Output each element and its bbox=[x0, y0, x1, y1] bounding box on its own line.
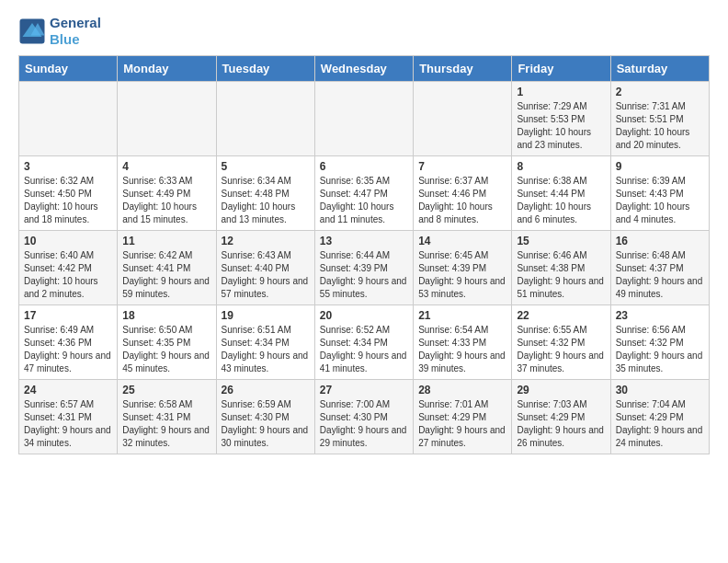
day-number: 16 bbox=[616, 235, 704, 247]
day-info: Sunrise: 6:38 AM Sunset: 4:44 PM Dayligh… bbox=[517, 175, 605, 226]
day-number: 26 bbox=[222, 384, 310, 396]
logo-icon bbox=[18, 17, 46, 45]
weekday-header: Sunday bbox=[19, 56, 118, 82]
calendar: SundayMondayTuesdayWednesdayThursdayFrid… bbox=[18, 55, 710, 454]
calendar-cell bbox=[414, 82, 512, 156]
day-number: 25 bbox=[122, 384, 210, 396]
day-number: 24 bbox=[24, 384, 112, 396]
day-number: 14 bbox=[418, 235, 506, 247]
day-number: 21 bbox=[418, 309, 506, 322]
calendar-cell: 28Sunrise: 7:01 AM Sunset: 4:29 PM Dayli… bbox=[414, 380, 512, 454]
calendar-cell: 30Sunrise: 7:04 AM Sunset: 4:29 PM Dayli… bbox=[610, 380, 709, 454]
day-number: 20 bbox=[320, 309, 408, 322]
logo: General Blue bbox=[18, 15, 101, 48]
day-number: 30 bbox=[616, 384, 704, 396]
day-number: 19 bbox=[222, 309, 310, 322]
calendar-cell: 11Sunrise: 6:42 AM Sunset: 4:41 PM Dayli… bbox=[118, 231, 216, 305]
day-info: Sunrise: 6:55 AM Sunset: 4:32 PM Dayligh… bbox=[517, 324, 605, 375]
calendar-cell: 4Sunrise: 6:33 AM Sunset: 4:49 PM Daylig… bbox=[118, 156, 216, 231]
calendar-cell: 8Sunrise: 6:38 AM Sunset: 4:44 PM Daylig… bbox=[512, 156, 610, 231]
day-info: Sunrise: 6:46 AM Sunset: 4:38 PM Dayligh… bbox=[517, 249, 605, 301]
day-info: Sunrise: 6:33 AM Sunset: 4:49 PM Dayligh… bbox=[122, 175, 210, 226]
day-info: Sunrise: 6:51 AM Sunset: 4:34 PM Dayligh… bbox=[222, 324, 310, 375]
calendar-cell: 25Sunrise: 6:58 AM Sunset: 4:31 PM Dayli… bbox=[118, 380, 216, 454]
day-number: 4 bbox=[122, 160, 210, 173]
day-number: 5 bbox=[222, 160, 310, 173]
calendar-cell: 6Sunrise: 6:35 AM Sunset: 4:47 PM Daylig… bbox=[314, 156, 413, 231]
calendar-cell: 27Sunrise: 7:00 AM Sunset: 4:30 PM Dayli… bbox=[314, 380, 413, 454]
day-info: Sunrise: 6:49 AM Sunset: 4:36 PM Dayligh… bbox=[24, 324, 112, 375]
calendar-cell: 20Sunrise: 6:52 AM Sunset: 4:34 PM Dayli… bbox=[314, 305, 413, 380]
day-info: Sunrise: 6:45 AM Sunset: 4:39 PM Dayligh… bbox=[418, 249, 506, 301]
day-number: 8 bbox=[517, 160, 605, 173]
day-info: Sunrise: 6:32 AM Sunset: 4:50 PM Dayligh… bbox=[24, 175, 112, 226]
day-number: 17 bbox=[24, 309, 112, 322]
day-info: Sunrise: 6:52 AM Sunset: 4:34 PM Dayligh… bbox=[320, 324, 408, 375]
day-info: Sunrise: 7:01 AM Sunset: 4:29 PM Dayligh… bbox=[418, 398, 506, 450]
day-info: Sunrise: 6:44 AM Sunset: 4:39 PM Dayligh… bbox=[320, 249, 408, 301]
weekday-header: Monday bbox=[118, 56, 216, 82]
weekday-header: Saturday bbox=[610, 56, 709, 82]
day-info: Sunrise: 6:48 AM Sunset: 4:37 PM Dayligh… bbox=[616, 249, 704, 301]
calendar-cell: 22Sunrise: 6:55 AM Sunset: 4:32 PM Dayli… bbox=[512, 305, 610, 380]
calendar-cell: 5Sunrise: 6:34 AM Sunset: 4:48 PM Daylig… bbox=[216, 156, 314, 231]
calendar-cell: 12Sunrise: 6:43 AM Sunset: 4:40 PM Dayli… bbox=[216, 231, 314, 305]
calendar-cell: 14Sunrise: 6:45 AM Sunset: 4:39 PM Dayli… bbox=[414, 231, 512, 305]
calendar-cell bbox=[19, 82, 118, 156]
day-number: 11 bbox=[122, 235, 210, 247]
day-number: 1 bbox=[517, 86, 605, 98]
calendar-cell: 19Sunrise: 6:51 AM Sunset: 4:34 PM Dayli… bbox=[216, 305, 314, 380]
calendar-cell: 9Sunrise: 6:39 AM Sunset: 4:43 PM Daylig… bbox=[610, 156, 709, 231]
calendar-cell: 23Sunrise: 6:56 AM Sunset: 4:32 PM Dayli… bbox=[610, 305, 709, 380]
calendar-cell bbox=[314, 82, 413, 156]
day-info: Sunrise: 6:54 AM Sunset: 4:33 PM Dayligh… bbox=[418, 324, 506, 375]
weekday-header: Wednesday bbox=[314, 56, 413, 82]
day-info: Sunrise: 7:00 AM Sunset: 4:30 PM Dayligh… bbox=[320, 398, 408, 450]
day-number: 29 bbox=[517, 384, 605, 396]
calendar-cell: 24Sunrise: 6:57 AM Sunset: 4:31 PM Dayli… bbox=[19, 380, 118, 454]
calendar-cell: 13Sunrise: 6:44 AM Sunset: 4:39 PM Dayli… bbox=[314, 231, 413, 305]
calendar-cell: 2Sunrise: 7:31 AM Sunset: 5:51 PM Daylig… bbox=[610, 82, 709, 156]
day-info: Sunrise: 6:39 AM Sunset: 4:43 PM Dayligh… bbox=[616, 175, 704, 226]
day-number: 22 bbox=[517, 309, 605, 322]
calendar-cell: 26Sunrise: 6:59 AM Sunset: 4:30 PM Dayli… bbox=[216, 380, 314, 454]
day-number: 23 bbox=[616, 309, 704, 322]
calendar-cell: 18Sunrise: 6:50 AM Sunset: 4:35 PM Dayli… bbox=[118, 305, 216, 380]
day-number: 6 bbox=[320, 160, 408, 173]
day-number: 13 bbox=[320, 235, 408, 247]
day-info: Sunrise: 7:29 AM Sunset: 5:53 PM Dayligh… bbox=[517, 100, 605, 152]
calendar-cell: 16Sunrise: 6:48 AM Sunset: 4:37 PM Dayli… bbox=[610, 231, 709, 305]
page-header: General Blue bbox=[18, 15, 710, 48]
day-info: Sunrise: 6:35 AM Sunset: 4:47 PM Dayligh… bbox=[320, 175, 408, 226]
day-number: 28 bbox=[418, 384, 506, 396]
calendar-cell: 1Sunrise: 7:29 AM Sunset: 5:53 PM Daylig… bbox=[512, 82, 610, 156]
calendar-cell: 29Sunrise: 7:03 AM Sunset: 4:29 PM Dayli… bbox=[512, 380, 610, 454]
day-number: 9 bbox=[616, 160, 704, 173]
day-info: Sunrise: 6:34 AM Sunset: 4:48 PM Dayligh… bbox=[222, 175, 310, 226]
calendar-cell: 3Sunrise: 6:32 AM Sunset: 4:50 PM Daylig… bbox=[19, 156, 118, 231]
calendar-cell bbox=[118, 82, 216, 156]
day-info: Sunrise: 6:40 AM Sunset: 4:42 PM Dayligh… bbox=[24, 249, 112, 301]
day-info: Sunrise: 6:58 AM Sunset: 4:31 PM Dayligh… bbox=[122, 398, 210, 450]
day-info: Sunrise: 7:31 AM Sunset: 5:51 PM Dayligh… bbox=[616, 100, 704, 152]
day-info: Sunrise: 6:56 AM Sunset: 4:32 PM Dayligh… bbox=[616, 324, 704, 375]
day-number: 3 bbox=[24, 160, 112, 173]
day-info: Sunrise: 6:57 AM Sunset: 4:31 PM Dayligh… bbox=[24, 398, 112, 450]
calendar-cell: 21Sunrise: 6:54 AM Sunset: 4:33 PM Dayli… bbox=[414, 305, 512, 380]
weekday-header: Tuesday bbox=[216, 56, 314, 82]
weekday-header: Friday bbox=[512, 56, 610, 82]
day-info: Sunrise: 7:03 AM Sunset: 4:29 PM Dayligh… bbox=[517, 398, 605, 450]
day-number: 12 bbox=[222, 235, 310, 247]
calendar-cell: 7Sunrise: 6:37 AM Sunset: 4:46 PM Daylig… bbox=[414, 156, 512, 231]
calendar-header: SundayMondayTuesdayWednesdayThursdayFrid… bbox=[19, 56, 710, 82]
day-info: Sunrise: 6:42 AM Sunset: 4:41 PM Dayligh… bbox=[122, 249, 210, 301]
day-info: Sunrise: 6:37 AM Sunset: 4:46 PM Dayligh… bbox=[418, 175, 506, 226]
day-number: 10 bbox=[24, 235, 112, 247]
day-info: Sunrise: 6:43 AM Sunset: 4:40 PM Dayligh… bbox=[222, 249, 310, 301]
calendar-cell: 17Sunrise: 6:49 AM Sunset: 4:36 PM Dayli… bbox=[19, 305, 118, 380]
day-info: Sunrise: 6:50 AM Sunset: 4:35 PM Dayligh… bbox=[122, 324, 210, 375]
day-number: 7 bbox=[418, 160, 506, 173]
calendar-cell bbox=[216, 82, 314, 156]
calendar-cell: 15Sunrise: 6:46 AM Sunset: 4:38 PM Dayli… bbox=[512, 231, 610, 305]
day-number: 2 bbox=[616, 86, 704, 98]
